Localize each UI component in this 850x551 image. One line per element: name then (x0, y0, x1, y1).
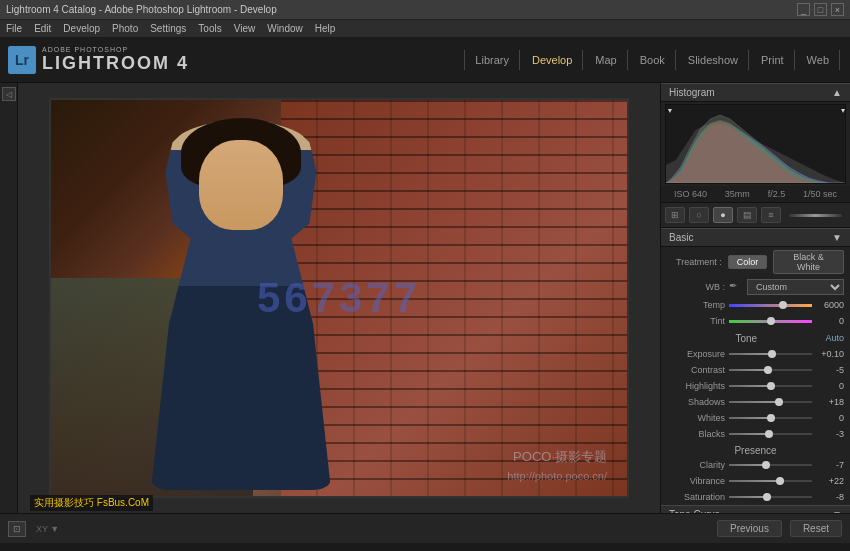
tint-track[interactable] (729, 320, 812, 323)
tone-slider-row-5: Blacks -3 (661, 426, 850, 442)
tone-slider-row-0: Exposure +0.10 (661, 346, 850, 362)
histogram-chart (666, 105, 845, 183)
statusbar: ⊡ XY ▼ Previous Reset (0, 513, 850, 543)
gradient-tool[interactable]: ▤ (737, 207, 757, 223)
tone-slider-track-4[interactable] (729, 417, 812, 419)
svg-marker-0 (668, 109, 672, 113)
svg-marker-1 (841, 109, 845, 113)
temp-slider-row: Temp 6000 (661, 297, 850, 313)
tab-print[interactable]: Print (751, 50, 795, 70)
menu-develop[interactable]: Develop (63, 23, 100, 34)
tab-book[interactable]: Book (630, 50, 676, 70)
presence-slider-track-0[interactable] (729, 464, 812, 466)
crop-tool[interactable]: ⊞ (665, 207, 685, 223)
tab-library[interactable]: Library (464, 50, 520, 70)
menu-photo[interactable]: Photo (112, 23, 138, 34)
treatment-label: Treatment : (667, 257, 722, 267)
maximize-button[interactable]: □ (814, 3, 827, 16)
presence-slider-thumb-0[interactable] (762, 461, 770, 469)
view-mode-btn[interactable]: ⊡ (8, 521, 26, 537)
tone-slider-value-2: 0 (816, 381, 844, 391)
presence-slider-label-2: Saturation (667, 492, 725, 502)
tone-slider-track-3[interactable] (729, 401, 812, 403)
camera-info: ISO 640 35mm f/2.5 1/50 sec (661, 186, 850, 203)
tab-map[interactable]: Map (585, 50, 627, 70)
tone-slider-value-3: +18 (816, 397, 844, 407)
tone-slider-track-5[interactable] (729, 433, 812, 435)
bottom-buttons: Previous Reset (717, 520, 842, 537)
tab-web[interactable]: Web (797, 50, 840, 70)
header: Lr ADOBE PHOTOSHOP LIGHTROOM 4 Library D… (0, 38, 850, 83)
aperture-value: f/2.5 (768, 189, 786, 199)
presence-slider-value-1: +22 (816, 476, 844, 486)
tone-slider-track-0[interactable] (729, 353, 812, 355)
tone-slider-thumb-3[interactable] (775, 398, 783, 406)
auto-btn[interactable]: Auto (825, 333, 844, 343)
minimize-button[interactable]: _ (797, 3, 810, 16)
histogram-header[interactable]: Histogram ▲ (661, 83, 850, 102)
tone-slider-thumb-4[interactable] (767, 414, 775, 422)
titlebar-controls: _ □ × (797, 3, 844, 16)
temp-thumb[interactable] (779, 301, 787, 309)
tone-slider-track-2[interactable] (729, 385, 812, 387)
presence-slider-track-2[interactable] (729, 496, 812, 498)
temp-track[interactable] (729, 304, 812, 307)
previous-button[interactable]: Previous (717, 520, 782, 537)
presence-slider-track-1[interactable] (729, 480, 812, 482)
tone-curve-collapse-icon[interactable]: ▼ (832, 509, 842, 513)
exposure-slider-mini[interactable] (789, 214, 842, 217)
tab-develop[interactable]: Develop (522, 50, 583, 70)
histogram-area (665, 104, 846, 184)
menu-edit[interactable]: Edit (34, 23, 51, 34)
tone-curve-label: Tone Curve (669, 509, 720, 513)
tone-slider-thumb-2[interactable] (767, 382, 775, 390)
treatment-bw-btn[interactable]: Black & White (773, 250, 844, 274)
right-panel: Histogram ▲ ISO 640 (660, 83, 850, 513)
status-left: ⊡ XY ▼ (8, 521, 59, 537)
menu-help[interactable]: Help (315, 23, 336, 34)
left-panel-toggle[interactable]: ◁ (2, 87, 16, 101)
presence-slider-thumb-1[interactable] (776, 477, 784, 485)
red-eye-tool[interactable]: ● (713, 207, 733, 223)
tone-slider-track-1[interactable] (729, 369, 812, 371)
titlebar: Lightroom 4 Catalog - Adobe Photoshop Li… (0, 0, 850, 20)
menubar: File Edit Develop Photo Settings Tools V… (0, 20, 850, 38)
photo-area: 567377 POCO·摄影专题 http://photo.poco.cn/ 实… (18, 83, 660, 513)
presence-sliders: Clarity -7 Vibrance +22 Saturation -8 (661, 457, 850, 505)
spot-tool[interactable]: ○ (689, 207, 709, 223)
tone-slider-thumb-1[interactable] (764, 366, 772, 374)
menu-view[interactable]: View (234, 23, 256, 34)
wb-label: WB : (667, 282, 725, 292)
tone-curve-header[interactable]: Tone Curve ▼ (661, 505, 850, 513)
presence-slider-row-1: Vibrance +22 (661, 473, 850, 489)
presence-slider-label-1: Vibrance (667, 476, 725, 486)
tone-slider-thumb-0[interactable] (768, 350, 776, 358)
histogram-collapse-icon[interactable]: ▲ (832, 87, 842, 98)
menu-file[interactable]: File (6, 23, 22, 34)
eyedropper-tool[interactable]: ✒ (729, 280, 743, 294)
wb-select[interactable]: Custom Auto Daylight Cloudy Shade Tungst… (747, 279, 844, 295)
tint-slider-row: Tint 0 (661, 313, 850, 329)
shutter-value: 1/50 sec (803, 189, 837, 199)
tint-thumb[interactable] (767, 317, 775, 325)
menu-window[interactable]: Window (267, 23, 303, 34)
reset-button[interactable]: Reset (790, 520, 842, 537)
temp-value: 6000 (816, 300, 844, 310)
menu-tools[interactable]: Tools (198, 23, 221, 34)
basic-label: Basic (669, 232, 693, 243)
tab-slideshow[interactable]: Slideshow (678, 50, 749, 70)
basic-header[interactable]: Basic ▼ (661, 228, 850, 247)
brush-tool[interactable]: ≡ (761, 207, 781, 223)
tone-slider-thumb-5[interactable] (765, 430, 773, 438)
treatment-color-btn[interactable]: Color (728, 255, 768, 269)
tone-slider-row-4: Whites 0 (661, 410, 850, 426)
logo-area: Lr ADOBE PHOTOSHOP LIGHTROOM 4 (8, 46, 189, 74)
temp-label: Temp (667, 300, 725, 310)
photo-image: 567377 POCO·摄影专题 http://photo.poco.cn/ (51, 100, 627, 496)
basic-collapse-icon[interactable]: ▼ (832, 232, 842, 243)
tone-slider-row-1: Contrast -5 (661, 362, 850, 378)
close-button[interactable]: × (831, 3, 844, 16)
menu-settings[interactable]: Settings (150, 23, 186, 34)
presence-slider-thumb-2[interactable] (763, 493, 771, 501)
treatment-row: Treatment : Color Black & White (661, 247, 850, 277)
